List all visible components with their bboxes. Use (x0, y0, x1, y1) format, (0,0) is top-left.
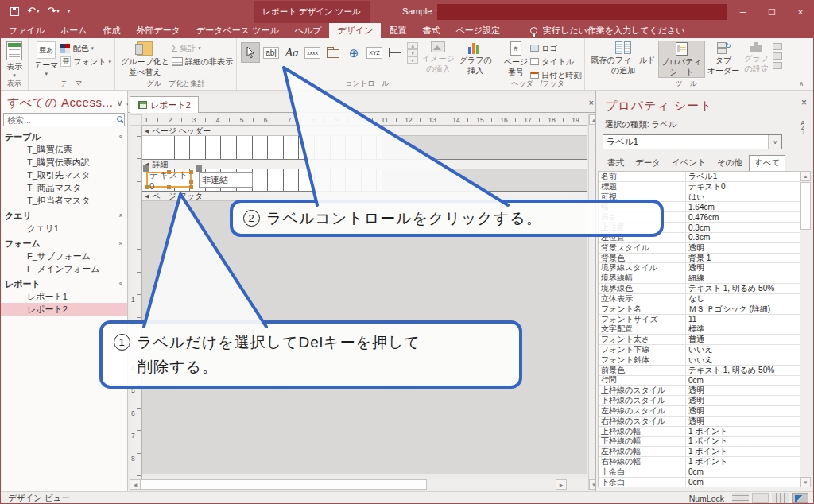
property-value[interactable]: ラベル1 (686, 172, 800, 181)
property-value[interactable]: テキスト 1, 明るめ 50% (686, 284, 800, 293)
nav-row[interactable]: T_購買伝票内訳 « (1, 156, 127, 169)
nav-row[interactable]: T_購買伝票 « (1, 143, 127, 156)
controls-gallery-scroll[interactable]: ∧ ∨ ▾ (407, 42, 418, 64)
property-tab[interactable]: すべて (749, 155, 785, 171)
property-grid-scrollbar[interactable]: ▲ ▼ (800, 171, 812, 487)
property-value[interactable]: 透明 (686, 396, 800, 405)
hyperlink-control-button[interactable]: ⊕ (344, 42, 363, 63)
property-value[interactable]: 1.64cm (686, 202, 800, 211)
qat-customize-button[interactable]: ▾ (68, 4, 71, 18)
property-value[interactable]: 1 ポイント (686, 427, 800, 436)
tab-control-button[interactable] (324, 42, 343, 63)
selection-handle[interactable] (189, 185, 193, 189)
page-header-band[interactable] (142, 136, 587, 159)
property-value[interactable]: 透明 (686, 243, 800, 253)
selection-handle[interactable] (167, 170, 171, 174)
unbound-frame-button[interactable]: XYZ (365, 42, 384, 63)
ribbon-tab[interactable]: 書式 (414, 23, 448, 38)
property-value[interactable]: ＭＳ Ｐゴシック (詳細) (686, 304, 800, 314)
detail-band[interactable]: テキスト0 非連結 (142, 169, 587, 191)
page-numbers-button[interactable]: # ページ 番号 (502, 41, 530, 77)
property-sheet-close-icon[interactable]: × (801, 97, 807, 108)
close-button[interactable]: × (786, 1, 814, 23)
property-value[interactable]: はい (686, 192, 800, 202)
nav-row[interactable]: クエリ1 « (1, 222, 127, 235)
search-icon[interactable] (114, 114, 124, 125)
maximize-button[interactable]: ☐ (758, 1, 786, 23)
ribbon-tab[interactable]: 外部データ (129, 23, 189, 38)
property-value[interactable]: 1 ポイント (686, 457, 800, 467)
scroll-right-icon[interactable]: ▶ (556, 479, 567, 490)
nav-row[interactable]: フォーム « (1, 235, 127, 250)
property-value[interactable]: 0cm (686, 376, 800, 386)
nav-search-box[interactable] (3, 113, 125, 126)
ribbon-tab[interactable]: ファイル (1, 23, 52, 38)
object-selector-combo[interactable]: ラベル1 ∨ (603, 134, 782, 149)
selection-handle[interactable] (189, 170, 193, 174)
property-value[interactable]: 0.476cm (686, 212, 800, 222)
section-collapse-icon[interactable]: « (116, 213, 124, 217)
ribbon-tab[interactable]: ホーム (52, 23, 95, 38)
nav-row[interactable]: レポート « (1, 275, 127, 290)
gallery-up-icon[interactable]: ∧ (407, 42, 418, 49)
ribbon-tab[interactable]: ヘルプ (287, 23, 330, 38)
selected-label-control[interactable]: テキスト0 (146, 172, 192, 188)
page-break-button[interactable] (386, 42, 405, 63)
nav-row[interactable]: T_担当者マスタ « (1, 194, 127, 207)
colors-button[interactable]: 配色 ▾ (60, 42, 110, 54)
title-button[interactable]: タイトル (530, 56, 581, 68)
textbox-control-button[interactable]: ab| (262, 42, 281, 63)
property-sheet-button[interactable]: プロパティ シート (658, 41, 705, 78)
horizontal-ruler[interactable]: 12345678910111213141516171819 (142, 114, 587, 126)
unbound-textbox-control[interactable]: 非連結 (199, 172, 253, 188)
add-existing-fields-button[interactable]: 既存のフィールド の追加 (588, 41, 657, 76)
report-view-icon[interactable] (732, 493, 749, 503)
label-move-handle[interactable] (143, 165, 149, 172)
minimize-button[interactable]: ─ (729, 1, 758, 23)
property-value[interactable]: 普通 (686, 335, 800, 344)
gallery-more-icon[interactable]: ▾ (407, 56, 418, 64)
property-value[interactable]: なし (686, 294, 800, 304)
nav-row[interactable]: テーブル « (1, 128, 127, 143)
property-tab[interactable]: データ (630, 156, 665, 171)
document-close-icon[interactable]: × (589, 98, 594, 107)
ribbon-tab[interactable]: 配置 (381, 23, 414, 38)
collapse-ribbon-icon[interactable]: ∧ (799, 80, 804, 87)
sort-icon[interactable]: AZ↓ (797, 121, 808, 135)
textbox-move-handle[interactable] (196, 165, 202, 172)
save-button[interactable] (10, 7, 19, 16)
scroll-left-icon[interactable]: ◀ (130, 479, 141, 490)
label-control-button[interactable]: Aa (282, 42, 301, 63)
ribbon-tab[interactable]: 作成 (95, 23, 129, 38)
property-value[interactable]: 透明 (686, 386, 800, 395)
selection-handle[interactable] (189, 180, 193, 184)
h-scroll-thumb[interactable] (141, 479, 427, 490)
nav-row[interactable]: レポート2 « (1, 303, 127, 316)
combo-dropdown-icon[interactable]: ∨ (768, 135, 781, 149)
print-preview-icon[interactable] (752, 493, 769, 503)
vertical-ruler[interactable]: 123456789101112 (130, 126, 142, 490)
scroll-down-icon[interactable]: ▼ (800, 477, 811, 487)
gallery-down-icon[interactable]: ∨ (407, 49, 418, 56)
section-collapse-icon[interactable]: « (116, 241, 124, 245)
ps-scroll-thumb[interactable] (800, 182, 811, 230)
window-tool-icon[interactable] (773, 43, 782, 50)
link-tool-icon[interactable] (773, 52, 782, 60)
page-header-section-bar[interactable]: ◀ ページ ヘッダー (142, 126, 587, 136)
property-value[interactable]: 11 (686, 315, 800, 324)
document-tab-report2[interactable]: レポート2 (130, 96, 199, 113)
property-tab[interactable]: 書式 (603, 156, 629, 171)
property-value[interactable]: 0cm (686, 467, 800, 477)
ribbon-tab[interactable]: ページ設定 (448, 23, 508, 38)
property-value[interactable]: 透明 (686, 417, 800, 426)
tell-me-box[interactable]: 実行したい作業を入力してください (530, 23, 685, 38)
layout-view-icon[interactable] (772, 493, 789, 503)
nav-row[interactable]: F_サブフォーム « (1, 250, 127, 262)
section-collapse-icon[interactable]: « (116, 281, 124, 285)
select-tool-button[interactable] (241, 42, 260, 63)
property-value[interactable]: 1 ポイント (686, 447, 800, 456)
ribbon-tab[interactable]: データベース ツール (188, 23, 287, 38)
property-value[interactable]: 1 ポイント (686, 437, 800, 447)
nav-row[interactable]: レポート1 « (1, 290, 127, 303)
redo-button[interactable]: ↷▾ (47, 4, 59, 18)
